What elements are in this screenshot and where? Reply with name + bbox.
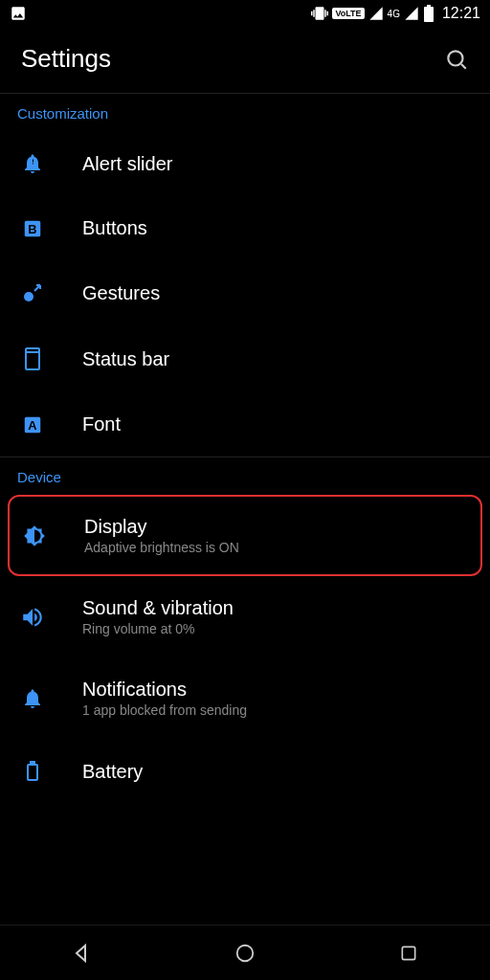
item-gestures[interactable]: Gestures [0, 260, 490, 325]
item-subtitle: 1 app blocked from sending [82, 702, 473, 718]
svg-rect-11 [28, 765, 37, 780]
statusbar-icon [24, 346, 41, 371]
svg-rect-12 [31, 762, 34, 765]
item-title: Gestures [82, 282, 473, 304]
item-display[interactable]: Display Adaptive brightness is ON [10, 497, 480, 574]
highlight-display: Display Adaptive brightness is ON [8, 495, 482, 576]
font-icon: A [22, 414, 43, 435]
section-customization-label: Customization [0, 94, 490, 131]
sound-icon [20, 605, 45, 630]
section-device-label: Device [0, 457, 490, 495]
volte-badge: VoLTE [332, 8, 364, 19]
bell-alert-icon [21, 152, 44, 175]
settings-header: Settings [0, 27, 490, 93]
item-alert-slider[interactable]: Alert slider [0, 131, 490, 196]
item-subtitle: Ring volume at 0% [82, 621, 473, 636]
signal-label: 4G [388, 9, 400, 19]
page-title: Settings [21, 44, 111, 74]
svg-line-3 [461, 64, 466, 69]
clock: 12:21 [442, 5, 480, 22]
svg-rect-14 [402, 947, 414, 959]
item-title: Status bar [82, 348, 473, 370]
item-status-bar[interactable]: Status bar [0, 325, 490, 392]
item-title: Alert slider [82, 153, 473, 175]
item-title: Font [82, 413, 473, 435]
item-title: Sound & vibration [82, 597, 473, 619]
item-font[interactable]: A Font [0, 392, 490, 457]
item-buttons[interactable]: B Buttons [0, 196, 490, 260]
navigation-bar [0, 924, 490, 980]
signal-icon [368, 6, 384, 21]
item-title: Battery [82, 761, 473, 783]
signal-icon-2 [404, 6, 419, 21]
back-button[interactable] [53, 942, 110, 965]
bell-icon [21, 687, 44, 710]
status-bar: VoLTE 4G 12:21 [0, 0, 490, 27]
svg-rect-0 [424, 7, 434, 22]
battery-icon [21, 760, 44, 783]
svg-point-2 [448, 51, 462, 65]
gestures-icon [21, 281, 44, 304]
item-notifications[interactable]: Notifications 1 app blocked from sending [0, 657, 490, 739]
recents-button[interactable] [380, 944, 437, 963]
item-battery[interactable]: Battery [0, 739, 490, 787]
home-button[interactable] [216, 943, 274, 964]
svg-rect-1 [427, 5, 431, 7]
svg-point-6 [24, 292, 33, 301]
item-sound[interactable]: Sound & vibration Ring volume at 0% [0, 576, 490, 657]
battery-icon [423, 5, 434, 22]
svg-point-13 [237, 945, 254, 961]
picture-icon [10, 5, 27, 22]
item-title: Display [84, 516, 471, 538]
item-subtitle: Adaptive brightness is ON [84, 540, 471, 555]
vibrate-icon [311, 5, 328, 22]
svg-text:B: B [28, 221, 36, 235]
buttons-icon: B [22, 218, 43, 239]
brightness-icon [22, 523, 47, 548]
item-title: Buttons [82, 217, 473, 239]
item-title: Notifications [82, 679, 473, 701]
search-icon[interactable] [444, 47, 469, 72]
svg-text:A: A [28, 417, 36, 432]
